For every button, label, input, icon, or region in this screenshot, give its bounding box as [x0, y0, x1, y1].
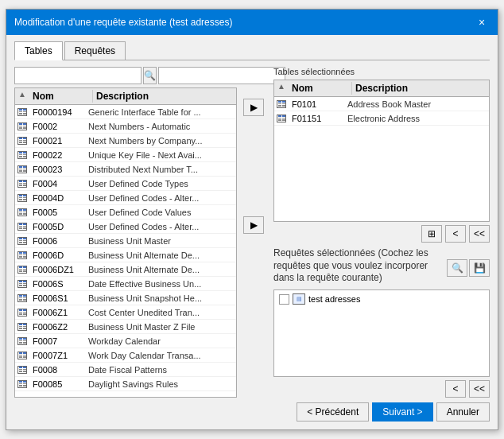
table-row[interactable]: F0004 User Defined Code Types — [15, 177, 236, 191]
table-row[interactable]: F00022 Unique Key File - Next Avai... — [15, 148, 236, 162]
row-icon — [15, 223, 29, 231]
sort-icon: ▲ — [15, 90, 29, 103]
dialog-body: Tables Requêtes 🔍 ▲ Nom Descrip — [6, 35, 498, 429]
queries-scroll[interactable]: ▤ test adresses — [274, 290, 489, 376]
row-icon — [15, 151, 29, 159]
sort-icon2: ▲ — [274, 82, 289, 95]
search-input[interactable] — [14, 67, 142, 84]
table-row[interactable]: F0006S1 Business Unit Snapshot He... — [15, 291, 236, 305]
add-table-button[interactable]: ▶ — [243, 99, 264, 116]
row-name: F00021 — [29, 135, 85, 146]
left-table-scroll[interactable]: F0000194 Generic Interface Table for ...… — [15, 105, 236, 397]
right-top: Tables sélectionnées ▲ Nom Description F… — [273, 67, 490, 243]
row-desc: Business Unit Master Z File — [85, 321, 236, 332]
row-name: F0006Z1 — [29, 307, 85, 318]
queries-container: ▤ test adresses — [273, 289, 490, 377]
row-desc: User Defined Codes - Alter... — [85, 192, 236, 204]
queries-back-back-button[interactable]: << — [469, 380, 490, 398]
queries-search-button[interactable]: 🔍 — [447, 259, 467, 277]
table-row[interactable]: F0007 Workday Calendar — [15, 334, 236, 348]
grid-icon: ⊞ — [428, 228, 436, 239]
table-row[interactable]: F0006 Business Unit Master — [15, 234, 236, 248]
search-bar: 🔍 — [14, 67, 237, 84]
table-row[interactable]: F00023 Distributed Next Number T... — [15, 162, 236, 177]
table-row[interactable]: F0005 User Defined Code Values — [15, 205, 236, 220]
row-icon — [15, 266, 29, 274]
table-row[interactable]: F0008 Date Fiscal Patterns — [15, 363, 236, 377]
row-icon — [15, 237, 29, 245]
row-name: F0006Z2 — [29, 321, 85, 332]
table-row[interactable]: F0006Z1 Cost Center Unedited Tran... — [15, 305, 236, 320]
row-desc: Distributed Next Number T... — [85, 164, 236, 175]
table-row[interactable]: F0005D User Defined Codes - Alter... — [15, 220, 236, 234]
tab-bar: Tables Requêtes — [14, 41, 490, 60]
arrow-right-icon: ▶ — [250, 102, 258, 113]
grid-view-button[interactable]: ⊞ — [421, 225, 442, 243]
row-name: F0005 — [29, 207, 85, 218]
row-icon — [274, 115, 289, 122]
tab-tables[interactable]: Tables — [14, 41, 63, 60]
row-desc: Business Unit Alternate De... — [85, 264, 236, 275]
row-icon — [15, 294, 29, 302]
row-name: F0005D — [29, 221, 85, 232]
left-panel: 🔍 ▲ Nom Description F0000194 — [14, 67, 237, 398]
table-row[interactable]: F0006DZ1 Business Unit Alternate De... — [15, 262, 236, 277]
row-icon — [274, 100, 289, 108]
table-row[interactable]: F0007Z1 Work Day Calendar Transa... — [15, 348, 236, 363]
queries-save-button[interactable]: 💾 — [469, 259, 490, 277]
col-desc-header2: Description — [352, 82, 489, 95]
row-desc: Daylight Savings Rules — [85, 379, 236, 390]
row-desc: User Defined Codes - Alter... — [85, 221, 236, 232]
row-name: F0007Z1 — [29, 350, 85, 361]
next-button[interactable]: Suivant > — [372, 402, 432, 422]
query-checkbox[interactable] — [279, 294, 289, 305]
row-name: F0006 — [29, 235, 85, 247]
cancel-button[interactable]: Annuler — [436, 402, 490, 422]
selected-table-scroll[interactable]: F0101 Address Book Master F01151 Electro… — [274, 97, 489, 221]
table-row[interactable]: F00085 Daylight Savings Rules — [15, 377, 236, 391]
table-row[interactable]: F0004D User Defined Codes - Alter... — [15, 191, 236, 205]
row-desc: Address Book Master — [344, 99, 489, 110]
row-icon — [15, 337, 29, 345]
row-desc: Date Effective Business Un... — [85, 278, 236, 289]
close-button[interactable]: × — [474, 14, 490, 30]
row-icon — [15, 108, 29, 116]
tab-requetes[interactable]: Requêtes — [64, 41, 126, 60]
table-row[interactable]: F00021 Next Numbers by Company... — [15, 134, 236, 148]
table-row[interactable]: F0006Z2 Business Unit Master Z File — [15, 320, 236, 334]
add-join-button[interactable]: ▶ — [243, 216, 264, 234]
back-button-top[interactable]: < — [445, 225, 466, 243]
main-content: 🔍 ▲ Nom Description F0000194 — [14, 67, 490, 398]
table-row[interactable]: F0006S Date Effective Business Un... — [15, 277, 236, 291]
selected-table-row[interactable]: F01151 Electronic Address — [274, 111, 489, 126]
queries-back-back-icon: << — [474, 383, 485, 394]
back-back-button-top[interactable]: << — [469, 225, 490, 243]
queries-top-row: Requêtes sélectionnées (Cochez lesrequêt… — [273, 247, 490, 288]
footer-buttons: < Précédent Suivant > Annuler — [14, 402, 490, 422]
row-icon — [15, 208, 29, 216]
prev-button[interactable]: < Précédent — [297, 402, 369, 422]
title-bar: Modification d'une requête existante (te… — [6, 10, 498, 35]
row-desc: Next Numbers - Automatic — [85, 121, 236, 132]
row-desc: User Defined Code Types — [85, 178, 236, 189]
back-icon: < — [452, 228, 458, 239]
search-button[interactable]: 🔍 — [143, 67, 157, 84]
queries-back-button[interactable]: < — [445, 380, 466, 398]
back-back-icon: << — [474, 228, 485, 239]
query-row[interactable]: ▤ test adresses — [276, 292, 487, 306]
table-row[interactable]: F0002 Next Numbers - Automatic — [15, 119, 236, 134]
row-name: F0006D — [29, 250, 85, 261]
col-name-header2: Nom — [289, 82, 352, 95]
middle-buttons: ▶ ▶ — [243, 67, 267, 398]
right-top-buttons: ⊞ < << — [273, 225, 490, 243]
selected-table-row[interactable]: F0101 Address Book Master — [274, 97, 489, 111]
table-row[interactable]: F0006D Business Unit Alternate De... — [15, 248, 236, 262]
table-row[interactable]: F0000194 Generic Interface Table for ... — [15, 105, 236, 119]
row-desc: Next Numbers by Company... — [85, 135, 236, 146]
row-icon — [15, 366, 29, 374]
row-icon — [15, 122, 29, 130]
row-name: F0000194 — [29, 107, 85, 118]
row-name: F0006DZ1 — [29, 264, 85, 275]
row-icon — [15, 194, 29, 202]
col-name-header: Nom — [29, 90, 93, 103]
